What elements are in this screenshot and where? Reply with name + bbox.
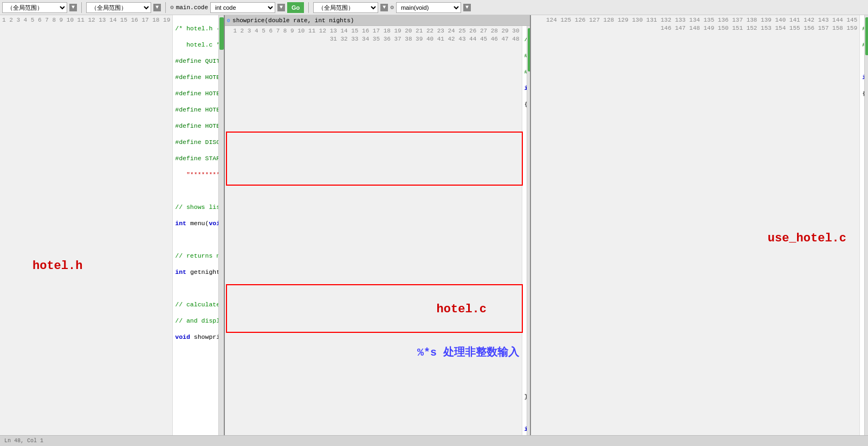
scope-dropdown-left[interactable]: （全局范围） (2, 2, 67, 13)
line-numbers-left: 1 2 3 4 5 6 7 8 9 10 11 12 13 14 15 16 1… (0, 15, 173, 435)
code-area-right: 124 125 126 127 128 129 130 131 132 133 … (531, 15, 868, 435)
status-bar: Ln 48, Col 1 (0, 435, 868, 446)
editor-panel-left: 1 2 3 4 5 6 7 8 9 10 11 12 13 14 15 16 1… (0, 15, 225, 435)
scroll-left-arrow[interactable]: ▼ (69, 4, 77, 11)
scrollbar-thumb-middle (528, 28, 530, 71)
scroll-right-1-arrow[interactable]: ▼ (380, 4, 388, 11)
editor-panel-right: 124 125 126 127 128 129 130 131 132 133 … (531, 15, 868, 435)
right-file-label: main.code (176, 4, 208, 11)
separator-3 (308, 2, 309, 13)
code-content-left[interactable]: /* hotel.h -- constants and declarations… (173, 15, 218, 435)
separator-1 (81, 2, 82, 13)
main-container: （全局范围） ▼ （全局范围） ▼ ⚙ main.code int code ▼… (0, 0, 868, 446)
scroll-file-arrow[interactable]: ▼ (277, 4, 285, 11)
scrollbar-middle[interactable] (527, 26, 530, 435)
scrollbar-right[interactable] (864, 15, 868, 435)
scope-dropdown-right-2[interactable]: main(void) (396, 2, 461, 13)
editors-container: 1 2 3 4 5 6 7 8 9 10 11 12 13 14 15 16 1… (0, 15, 868, 435)
code-content-middle[interactable]: /* hotel.c -- hotel management functions… (522, 26, 527, 435)
scope-dropdown-right-1[interactable]: （全局范围） (313, 2, 378, 13)
scope-icon: ⚙ (390, 4, 394, 11)
file-dropdown[interactable]: int code (210, 2, 275, 13)
file-icon: ⚙ (170, 4, 174, 11)
scroll-right-2-arrow[interactable]: ▼ (463, 4, 471, 11)
scroll-middle-arrow[interactable]: ▼ (153, 4, 161, 11)
code-content-right[interactable]: #include <stdio.h> #include "hotel.h" /*… (860, 15, 864, 435)
line-numbers-middle: 1 2 3 4 5 6 7 8 9 10 11 12 13 14 15 16 1… (225, 26, 522, 435)
tab-bar-middle: ⚙ showprice(double rate, int nights) (225, 15, 530, 26)
top-toolbar: （全局范围） ▼ （全局范围） ▼ ⚙ main.code int code ▼… (0, 0, 868, 15)
editor-panel-middle: ⚙ showprice(double rate, int nights) 1 2… (225, 15, 531, 435)
separator-2 (165, 2, 166, 13)
tab-icon-middle: ⚙ (227, 17, 230, 24)
go-button[interactable]: Go (287, 2, 304, 13)
scope-dropdown-middle[interactable]: （全局范围） (86, 2, 151, 13)
line-numbers-right: 124 125 126 127 128 129 130 131 132 133 … (531, 15, 860, 435)
tab-label-middle: showprice(double rate, int nights) (232, 17, 354, 24)
code-area-middle: 1 2 3 4 5 6 7 8 9 10 11 12 13 14 15 16 1… (225, 26, 530, 435)
scrollbar-thumb-left (219, 17, 224, 50)
scrollbar-thumb-right (865, 17, 868, 55)
code-area-left: 1 2 3 4 5 6 7 8 9 10 11 12 13 14 15 16 1… (0, 15, 224, 435)
scrollbar-left[interactable] (218, 15, 224, 435)
status-text: Ln 48, Col 1 (4, 438, 43, 444)
